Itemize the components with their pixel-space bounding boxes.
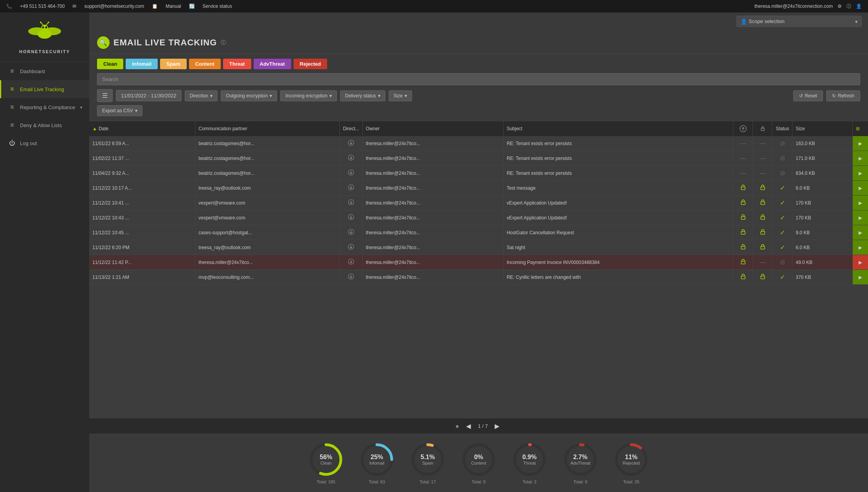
sidebar-item-email-live-tracking[interactable]: ≡ Email Live Tracking [0,80,89,98]
cell-action[interactable]: ▶ [852,181,868,196]
email-table: ▲Date Communication partner Direct... Ow… [89,121,868,285]
scope-select[interactable]: Scope selection [737,16,862,27]
table-row: 11/12/22 10:45 ... cases-support@hostgat… [89,225,868,240]
cell-inenc: — [753,136,773,151]
refresh-button[interactable]: ↻ Refresh [826,90,860,101]
outgoing-enc-dropdown[interactable]: Outgoing encryption ▾ [221,90,277,101]
support-email-link[interactable]: support@hornetsecurity.com [84,4,144,9]
cell-inenc [753,240,773,255]
chart-total-threat: Total: 3 [522,479,536,484]
cell-owner: theresa.miller@24x7itco... [362,181,503,196]
cell-direction [340,136,362,151]
manual-link[interactable]: Manual [166,4,181,9]
toolbar-row: ☰ 11/01/2022 - 11/30/2022 Direction ▾ Ou… [97,89,860,102]
cell-action[interactable]: ▶ [852,240,868,255]
filter-area: Clean Infomail Spam Content Threat AdvTh… [89,54,868,121]
cell-date: 11/12/22 10:41 ... [89,196,195,210]
col-header-outenc[interactable] [733,121,753,136]
cell-action[interactable]: ▶ [852,196,868,210]
donut-rejected: 11% Rejected [614,442,649,477]
cell-action[interactable]: ▶ [852,255,868,270]
cell-status: ✓ [773,196,792,210]
cell-outenc: — [733,151,753,166]
chart-total-infomail: Total: 83 [369,479,385,484]
col-header-owner[interactable]: Owner [362,121,503,136]
cell-direction [340,240,362,255]
direction-dropdown[interactable]: Direction ▾ [185,90,218,101]
dashboard-icon: ≡ [8,68,16,75]
filter-btn-rejected[interactable]: Rejected [294,59,327,69]
donut-label-content: 0% Content [471,453,486,466]
col-header-inenc[interactable] [753,121,773,136]
svg-rect-32 [741,261,745,264]
cell-subject: HostGator Cancellation Request [503,225,733,240]
manual-icon: 📋 [152,4,158,9]
col-header-status[interactable]: Status [773,121,792,136]
table-area: ▲Date Communication partner Direct... Ow… [89,121,868,418]
cell-action[interactable]: ▶ [852,270,868,285]
sidebar-item-logout[interactable]: ⏻ Log out [0,134,89,152]
cell-subject: RE: Tenant exists error persists [503,166,733,181]
col-header-partner[interactable]: Communication partner [195,121,340,136]
cell-owner: theresa.miller@24x7itco... [362,166,503,181]
cell-outenc [733,181,753,196]
page-header: 🔍 EMAIL LIVE TRACKING ⓘ [89,30,868,54]
cell-action[interactable]: ▶ [852,210,868,225]
page-info-icon[interactable]: ⓘ [221,39,226,46]
filter-btn-threat[interactable]: Threat [223,59,251,69]
table-row: 11/12/22 11:42 P... theresa.miller@24x7i… [89,255,868,270]
size-dropdown[interactable]: Size ▾ [389,90,412,101]
columns-btn[interactable]: ☰ [97,89,113,102]
sidebar-item-deny-allow[interactable]: ≡ Deny & Allow Lists [0,116,89,134]
filter-btn-clean[interactable]: Clean [97,59,123,69]
cell-action[interactable]: ▶ [852,136,868,151]
svg-point-8 [40,22,41,23]
table-row: 11/12/22 6:20 PM treesa_ray@outlook.com … [89,240,868,255]
info-icon[interactable]: ⓘ [846,3,851,10]
chart-total-content: Total: 0 [472,479,485,484]
cell-action[interactable]: ▶ [852,166,868,181]
delivery-status-dropdown[interactable]: Delivery status ▾ [340,90,385,101]
sidebar-item-dashboard[interactable]: ≡ Dashboard [0,62,89,80]
col-header-size[interactable]: Size [792,121,852,136]
svg-rect-34 [741,276,745,279]
donut-cat-advthreat: AdvThreat [571,461,591,466]
table-row: 11/13/22 1:21 AM mvp@leoconsulting.com..… [89,270,868,285]
next-page-btn[interactable]: ▶ [492,422,502,431]
export-csv-button[interactable]: Export as CSV ▾ [97,105,142,116]
sidebar-label-dashboard: Dashboard [20,68,45,74]
prev-page-btn[interactable]: ◀ [464,422,473,431]
topbar-right: theresa.miller@24x7itconnection.com ⚙ ⓘ … [755,3,862,10]
sidebar-item-reporting[interactable]: ≡ Reporting & Compliance ▾ [0,98,89,116]
filter-btn-advthreat[interactable]: AdvThreat [254,59,291,69]
delivery-status-chevron: ▾ [378,93,380,99]
chart-total-rejected: Total: 35 [623,479,639,484]
col-header-direction[interactable]: Direct... [340,121,362,136]
cell-action[interactable]: ▶ [852,225,868,240]
cell-subject: Incoming Payment Invoice INV00003488384 [503,255,733,270]
reset-button[interactable]: ↺ Reset [793,90,823,101]
filter-btn-content[interactable]: Content [189,59,221,69]
filter-btn-spam[interactable]: Spam [160,59,186,69]
col-header-date[interactable]: ▲Date [89,121,195,136]
donut-pct-threat: 0.9% [522,453,537,461]
cell-date: 11/12/22 6:20 PM [89,240,195,255]
service-status-link[interactable]: Service status [203,4,232,9]
phone-number: +49 511 515 464-700 [20,4,65,9]
cell-action[interactable]: ▶ [852,151,868,166]
incoming-enc-label: Incoming encryption [285,93,327,99]
incoming-enc-dropdown[interactable]: Incoming encryption ▾ [280,90,337,101]
col-header-subject[interactable]: Subject [503,121,733,136]
search-input[interactable] [97,73,860,85]
svg-rect-20 [741,202,745,205]
cell-partner: beatriz.costagomes@hor... [195,166,340,181]
col-header-action: ⊞ [852,121,868,136]
user-icon[interactable]: 👤 [856,4,862,9]
settings-icon[interactable]: ⚙ [837,4,842,9]
export-csv-label: Export as CSV [102,108,133,113]
filter-btn-infomail[interactable]: Infomail [126,59,158,69]
cell-direction [340,196,362,210]
chart-total-clean: Total: 185 [317,479,335,484]
date-range-btn[interactable]: 11/01/2022 - 11/30/2022 [116,90,182,101]
cell-subject: RE: Tenant exists error persists [503,136,733,151]
